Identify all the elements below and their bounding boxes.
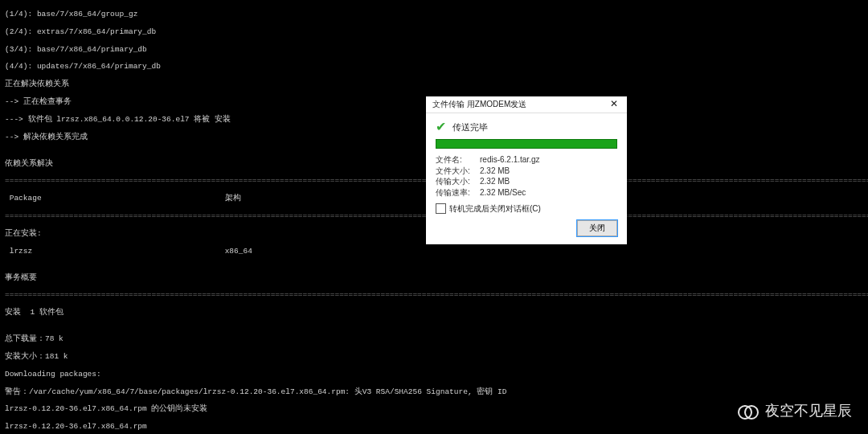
output-line: 安装 1 软件包 xyxy=(5,309,863,317)
close-icon[interactable]: ✕ xyxy=(604,99,624,110)
value-filesize: 2.32 MB xyxy=(480,166,617,176)
output-line: 正在解决依赖关系 xyxy=(5,80,863,89)
close-button[interactable]: 关闭 xyxy=(577,220,617,236)
progress-bar xyxy=(436,139,617,149)
output-line: lrzsz-0.12.20-36.el7.x86_64.rpm xyxy=(5,423,863,432)
output-line: Downloading packages: xyxy=(5,371,863,379)
dialog-titlebar[interactable]: 文件传输 用ZMODEM发送 ✕ xyxy=(426,96,627,113)
transfer-info-grid: 文件名: redis-6.2.1.tar.gz 文件大小: 2.32 MB 传输… xyxy=(436,155,617,197)
transfer-status-row: ✔ 传送完毕 xyxy=(436,120,617,134)
output-line: (2/4): extras/7/x86_64/primary_db xyxy=(5,28,863,37)
label-transfersize: 传输大小: xyxy=(436,177,480,186)
output-line: (3/4): base/7/x86_64/primary_db xyxy=(5,46,863,55)
zmodem-transfer-dialog: 文件传输 用ZMODEM发送 ✕ ✔ 传送完毕 文件名: redis-6.2.1… xyxy=(426,96,627,244)
value-speed: 2.32 MB/Sec xyxy=(480,188,617,198)
output-line: 事务概要 xyxy=(5,274,863,283)
watermark: 夜空不见星辰 xyxy=(738,402,852,420)
output-line: 安装大小：181 k xyxy=(5,353,863,362)
checkbox-icon[interactable] xyxy=(436,203,446,214)
transfer-status-text: 传送完毕 xyxy=(452,122,488,133)
close-after-checkbox-row[interactable]: 转机完成后关闭对话框(C) xyxy=(436,203,617,214)
wechat-icon xyxy=(738,402,759,420)
watermark-text: 夜空不见星辰 xyxy=(765,403,852,420)
dialog-title-text: 文件传输 用ZMODEM发送 xyxy=(432,100,526,109)
label-speed: 传输速率: xyxy=(436,188,480,198)
checkbox-label: 转机完成后关闭对话框(C) xyxy=(449,204,541,214)
divider: ========================================… xyxy=(5,291,863,300)
value-filename: redis-6.2.1.tar.gz xyxy=(480,155,617,165)
output-line: (4/4): updates/7/x86_64/primary_db xyxy=(5,63,863,72)
table-row: lrzsz x86_64 base xyxy=(5,248,863,256)
output-line: (1/4): base/7/x86_64/group_gz xyxy=(5,10,863,19)
check-icon: ✔ xyxy=(436,120,446,134)
output-line: lrzsz-0.12.20-36.el7.x86_64.rpm 的公钥尚未安装 xyxy=(5,405,863,414)
label-filesize: 文件大小: xyxy=(436,166,480,176)
output-line: 总下载量：78 k xyxy=(5,335,863,344)
output-line: 警告：/var/cache/yum/x86_64/7/base/packages… xyxy=(5,388,863,397)
label-filename: 文件名: xyxy=(436,155,480,165)
value-transfersize: 2.32 MB xyxy=(480,177,617,186)
